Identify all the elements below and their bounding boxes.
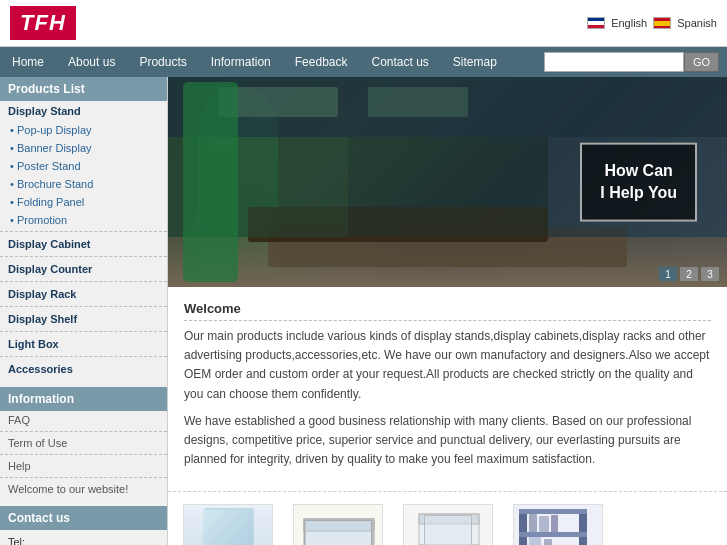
product-lb003[interactable]: tf-lb003 xyxy=(178,504,278,545)
main-content: How CanI Help You 1 2 3 Welcome Our main… xyxy=(168,77,727,545)
sidebar-display-stand[interactable]: Display Stand xyxy=(0,101,167,121)
nav-feedback[interactable]: Feedback xyxy=(283,47,360,77)
products-row: tf-lb003 tf-dco002 xyxy=(168,491,727,545)
svg-rect-12 xyxy=(304,519,374,545)
divider-4 xyxy=(0,306,167,307)
page-header: TFH English Spanish xyxy=(0,0,727,47)
nav-products[interactable]: Products xyxy=(127,47,198,77)
banner-navigation: 1 2 3 xyxy=(659,267,719,281)
divider-3 xyxy=(0,281,167,282)
dco002-svg xyxy=(294,504,382,545)
sidebar-banner-display[interactable]: Banner Display xyxy=(0,139,167,157)
sidebar-display-cabinet[interactable]: Display Cabinet xyxy=(0,234,167,254)
sidebar-welcome[interactable]: Welcome to our website! xyxy=(0,480,167,498)
svg-rect-19 xyxy=(419,514,479,524)
sidebar-popup-display[interactable]: Pop-up Display xyxy=(0,121,167,139)
sidebar-display-rack[interactable]: Display Rack xyxy=(0,284,167,304)
nav-contact[interactable]: Contact us xyxy=(359,47,440,77)
svg-rect-16 xyxy=(304,519,306,545)
sidebar-faq[interactable]: FAQ xyxy=(0,411,167,429)
language-bar: English Spanish xyxy=(587,17,717,29)
main-layout: Products List Display Stand Pop-up Displ… xyxy=(0,77,727,545)
divider-8 xyxy=(0,454,167,455)
sidebar-brochure-stand[interactable]: Brochure Stand xyxy=(0,175,167,193)
search-button[interactable]: GO xyxy=(684,52,719,72)
svg-rect-34 xyxy=(529,537,541,545)
information-section: FAQ Term of Use Help Welcome to our webs… xyxy=(0,411,167,498)
information-header: Information xyxy=(0,387,167,411)
svg-rect-6 xyxy=(348,137,548,237)
svg-rect-26 xyxy=(519,509,587,514)
sidebar-display-counter[interactable]: Display Counter xyxy=(0,259,167,279)
svg-rect-32 xyxy=(539,516,549,532)
sidebar-poster-stand[interactable]: Poster Stand xyxy=(0,157,167,175)
sidebar-term-of-use[interactable]: Term of Use xyxy=(0,434,167,452)
banner-nav-1[interactable]: 1 xyxy=(659,267,677,281)
divider-2 xyxy=(0,256,167,257)
nav-about[interactable]: About us xyxy=(56,47,127,77)
product-dr006-image xyxy=(513,504,603,545)
search-input[interactable] xyxy=(544,52,684,72)
welcome-title: Welcome xyxy=(184,301,711,321)
svg-rect-9 xyxy=(204,508,254,545)
svg-point-10 xyxy=(211,529,247,545)
divider-9 xyxy=(0,477,167,478)
welcome-para2: We have established a good business rela… xyxy=(184,412,711,470)
product-dr006[interactable]: tf-dr006 xyxy=(508,504,608,545)
sidebar: Products List Display Stand Pop-up Displ… xyxy=(0,77,168,545)
dca005-svg xyxy=(404,504,492,545)
svg-rect-18 xyxy=(419,514,479,545)
search-area: GO xyxy=(544,52,727,72)
nav-home[interactable]: Home xyxy=(0,47,56,77)
banner-background: How CanI Help You xyxy=(168,77,727,287)
products-list-header: Products List xyxy=(0,77,167,101)
banner-help-text: How CanI Help You xyxy=(580,143,697,222)
main-nav: Home About us Products Information Feedb… xyxy=(0,47,727,77)
site-logo: TFH xyxy=(10,6,76,40)
svg-rect-8 xyxy=(183,82,238,282)
svg-rect-33 xyxy=(551,515,558,532)
svg-rect-13 xyxy=(304,519,374,531)
svg-rect-24 xyxy=(519,509,527,545)
product-dco002-image xyxy=(293,504,383,545)
product-lb003-image xyxy=(183,504,273,545)
dr006-svg xyxy=(514,504,602,545)
product-dca005-image xyxy=(403,504,493,545)
welcome-para1: Our main products include various kinds … xyxy=(184,327,711,404)
lb003-svg xyxy=(184,504,272,545)
svg-rect-27 xyxy=(519,532,587,537)
divider-1 xyxy=(0,231,167,232)
svg-rect-17 xyxy=(372,519,374,545)
divider-6 xyxy=(0,356,167,357)
svg-rect-3 xyxy=(168,237,727,287)
sidebar-help[interactable]: Help xyxy=(0,457,167,475)
sidebar-display-shelf[interactable]: Display Shelf xyxy=(0,309,167,329)
nav-information[interactable]: Information xyxy=(199,47,283,77)
lang-english-link[interactable]: English xyxy=(611,17,647,29)
svg-rect-35 xyxy=(544,539,552,545)
svg-rect-31 xyxy=(529,514,537,532)
hero-banner: How CanI Help You 1 2 3 xyxy=(168,77,727,287)
banner-nav-2[interactable]: 2 xyxy=(680,267,698,281)
svg-rect-25 xyxy=(579,509,587,545)
flag-es-icon xyxy=(653,17,671,29)
banner-nav-3[interactable]: 3 xyxy=(701,267,719,281)
divider-5 xyxy=(0,331,167,332)
sidebar-light-box[interactable]: Light Box xyxy=(0,334,167,354)
flag-en-icon xyxy=(587,17,605,29)
svg-rect-2 xyxy=(368,87,468,117)
nav-sitemap[interactable]: Sitemap xyxy=(441,47,509,77)
sidebar-accessories[interactable]: Accessories xyxy=(0,359,167,379)
tel-row: Tel: xyxy=(8,536,159,545)
contact-header: Contact us xyxy=(0,506,167,530)
product-dco002[interactable]: tf-dco002 xyxy=(288,504,388,545)
welcome-section: Welcome Our main products include variou… xyxy=(168,287,727,491)
sidebar-promotion[interactable]: Promotion xyxy=(0,211,167,229)
product-dca005[interactable]: tf-dca005 xyxy=(398,504,498,545)
lang-spanish-link[interactable]: Spanish xyxy=(677,17,717,29)
divider-7 xyxy=(0,431,167,432)
contact-section: Tel: Fax: Email:sales@tfh-display.com MS… xyxy=(0,530,167,545)
sidebar-folding-panel[interactable]: Folding Panel xyxy=(0,193,167,211)
